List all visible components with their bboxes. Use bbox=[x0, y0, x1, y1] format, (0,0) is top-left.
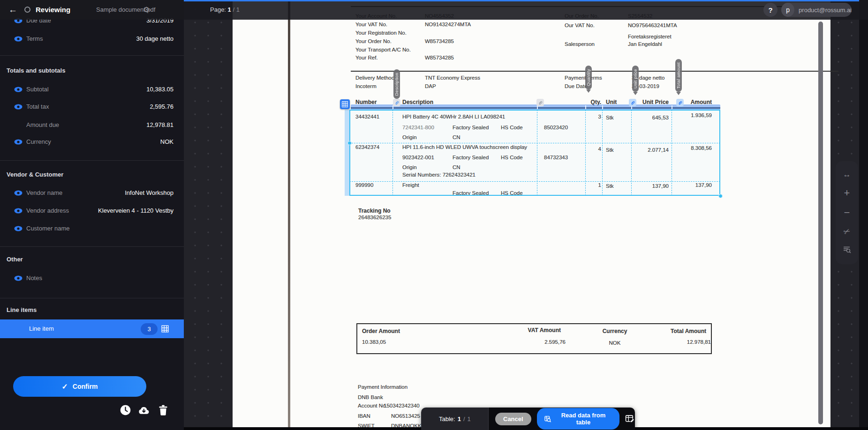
edit-table-icon[interactable] bbox=[625, 414, 635, 424]
payment-account-label: Account No. bbox=[358, 403, 387, 408]
column-separator[interactable] bbox=[392, 110, 393, 196]
column-separator[interactable] bbox=[602, 110, 603, 196]
row-separator[interactable] bbox=[349, 143, 720, 143]
line-item-label: Line item bbox=[29, 319, 54, 338]
invoice-label: Your Registration No. bbox=[355, 30, 407, 36]
column-chip-unit-price[interactable]: Unit price bbox=[632, 66, 639, 92]
page-separator: / bbox=[233, 6, 234, 13]
download-cloud-icon[interactable] bbox=[138, 405, 150, 417]
back-button[interactable]: ← bbox=[8, 0, 17, 20]
cancel-button[interactable]: Cancel bbox=[495, 413, 531, 425]
row-gutter[interactable] bbox=[345, 110, 349, 196]
status-circle-icon bbox=[24, 7, 30, 13]
fields-sidebar: Due date 3/31/2019 Terms 30 dage netto T… bbox=[0, 0, 184, 430]
table-grid-button[interactable] bbox=[340, 99, 350, 109]
field-label: Notes bbox=[26, 272, 42, 285]
table-pager-separator: / bbox=[463, 415, 465, 423]
field-value: 2,595.76 bbox=[150, 100, 174, 113]
page-title: Reviewing bbox=[36, 0, 70, 20]
eye-icon bbox=[14, 190, 23, 196]
row-separator[interactable] bbox=[349, 181, 720, 182]
snip-region-icon[interactable]: ✂ bbox=[842, 226, 852, 236]
column-chip-description[interactable]: Description bbox=[393, 69, 400, 99]
table-pager: Table: 1 / 1 bbox=[421, 408, 489, 430]
field-label: Subtotal bbox=[26, 83, 49, 96]
invoice-label: Payment Terms bbox=[565, 75, 602, 81]
fit-width-icon[interactable]: ↔ bbox=[843, 171, 851, 178]
postpone-clock-icon[interactable] bbox=[120, 405, 131, 417]
field-value: Kleverveien 4 - 1120 Vestby bbox=[98, 204, 174, 217]
field-label: Vendor name bbox=[26, 186, 62, 200]
line-item-count-badge: 3 bbox=[141, 323, 158, 335]
invoice-label: Incoterm bbox=[355, 83, 377, 89]
invoice-value: W85734285 bbox=[425, 38, 454, 44]
confirm-label: Confirm bbox=[73, 383, 98, 390]
table-toolbar: Table: 1 / 1 Cancel Read data from table bbox=[421, 408, 635, 430]
paperclip-icon[interactable] bbox=[629, 99, 636, 106]
zoom-out-icon[interactable]: − bbox=[844, 208, 850, 218]
check-icon: ✓ bbox=[61, 382, 68, 391]
read-data-button[interactable]: Read data from table bbox=[537, 408, 619, 430]
invoice-label: Your Transport A/C No. bbox=[355, 47, 411, 52]
paperclip-icon[interactable] bbox=[393, 99, 400, 106]
resize-handle[interactable] bbox=[718, 194, 723, 198]
column-chip-quantity[interactable]: Quantity bbox=[585, 66, 592, 89]
vertical-scrollbar[interactable] bbox=[818, 22, 823, 424]
page-total: 1 bbox=[236, 6, 240, 13]
line-item-row[interactable]: Line item 3 bbox=[0, 319, 184, 338]
field-row-notes[interactable]: Notes bbox=[0, 272, 184, 285]
field-row-currency[interactable]: Currency NOK bbox=[0, 135, 184, 148]
eye-icon bbox=[14, 36, 23, 42]
totals-value: 12.978,81 bbox=[635, 339, 711, 345]
field-label: Amount due bbox=[26, 119, 59, 132]
right-gutter bbox=[859, 0, 868, 430]
invoice-value: DAP bbox=[425, 83, 436, 89]
column-separator[interactable] bbox=[631, 110, 632, 196]
field-row-vendor-address[interactable]: Vendor address Kleverveien 4 - 1120 Vest… bbox=[0, 204, 184, 217]
tracking-value: 26483626235 bbox=[358, 215, 391, 220]
confirm-button[interactable]: ✓ Confirm bbox=[13, 376, 146, 397]
search-document-icon[interactable] bbox=[843, 245, 851, 255]
invoice-value: Jan Engeldahl bbox=[628, 41, 662, 47]
gear-icon[interactable]: ⚙ bbox=[143, 0, 150, 20]
field-label: Vendor address bbox=[26, 204, 69, 217]
invoice-value: W85734285 bbox=[425, 55, 454, 60]
field-label: Customer name bbox=[26, 222, 69, 235]
eye-icon bbox=[14, 208, 23, 214]
help-button[interactable]: ? bbox=[763, 3, 777, 17]
trash-icon[interactable] bbox=[159, 405, 168, 417]
field-row-vendor-name[interactable]: Vendor name InfoNet Workshop bbox=[0, 186, 184, 200]
document-viewer: Your Account No. NO4554352 Your VAT No. … bbox=[184, 0, 868, 430]
paperclip-icon[interactable] bbox=[676, 99, 684, 106]
row-drag-handle[interactable] bbox=[347, 141, 352, 145]
field-label: Terms bbox=[26, 32, 43, 45]
field-row-subtotal[interactable]: Subtotal 10,383.05 bbox=[0, 83, 184, 96]
user-menu[interactable]: p product@rossum.ai bbox=[781, 3, 852, 17]
table-icon[interactable] bbox=[161, 325, 169, 334]
column-tick bbox=[602, 105, 603, 109]
column-separator[interactable] bbox=[585, 110, 586, 196]
payment-iban: NO6513425 bbox=[391, 413, 420, 419]
column-tick bbox=[672, 105, 672, 109]
field-value: 10,383.05 bbox=[146, 83, 174, 96]
table-selection-box[interactable] bbox=[349, 110, 720, 196]
column-separator[interactable] bbox=[537, 110, 537, 196]
page-fold-shadow bbox=[288, 0, 290, 430]
page-label: Page: bbox=[210, 6, 226, 13]
section-divider bbox=[0, 55, 184, 56]
zoom-in-icon[interactable]: + bbox=[844, 188, 850, 198]
read-table-icon bbox=[544, 415, 551, 423]
column-chip-total-amount[interactable]: Total amount bbox=[675, 59, 682, 92]
payment-iban-label: IBAN bbox=[358, 413, 370, 419]
field-row-customer-name[interactable]: Customer name bbox=[0, 222, 184, 235]
field-row-amount-due[interactable]: Amount due 12,978.81 bbox=[0, 119, 184, 132]
section-divider bbox=[0, 246, 184, 247]
field-row-terms[interactable]: Terms 30 dage netto bbox=[0, 32, 184, 45]
totals-label: Total Amount bbox=[630, 328, 706, 334]
paperclip-icon[interactable] bbox=[536, 99, 544, 106]
field-row-total-tax[interactable]: Total tax 2,595.76 bbox=[0, 100, 184, 113]
payment-account: 150342342340 bbox=[384, 403, 420, 408]
column-separator[interactable] bbox=[672, 110, 672, 196]
section-divider bbox=[0, 160, 184, 161]
eye-icon bbox=[14, 226, 23, 231]
